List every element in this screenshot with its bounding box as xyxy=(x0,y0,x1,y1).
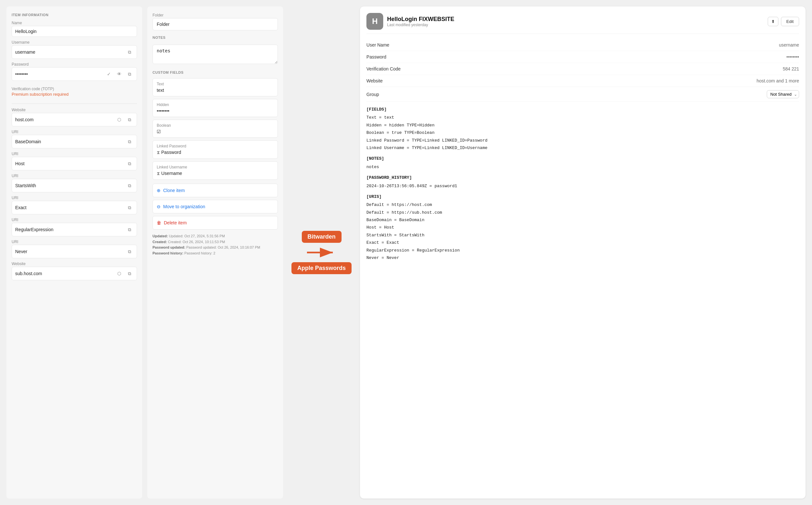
detail-row: Verification Code 584 221 xyxy=(366,63,799,75)
copy-password-icon[interactable]: ⧉ xyxy=(126,70,133,78)
section-title: ITEM INFORMATION xyxy=(12,13,137,17)
copy-uri-icon[interactable]: ⧉ xyxy=(126,182,133,189)
fields-line: 2024-10-26T13:56:05.849Z = password1 xyxy=(366,182,799,190)
uri-value: Exact xyxy=(15,205,26,210)
uri-group: URI Host ⧉ xyxy=(12,152,137,170)
custom-field: Hidden •••••••• xyxy=(153,99,278,117)
password-icons: ✓ 👁 ⧉ xyxy=(105,70,133,78)
custom-field: Text text xyxy=(153,78,278,96)
fields-line: Never = Never xyxy=(366,254,799,262)
pw-history-text: Password history: Password history: 2 xyxy=(153,250,278,257)
detail-rows-container: User Name username Password •••••••• Ver… xyxy=(366,39,799,87)
name-group: Name HelloLogin xyxy=(12,21,137,37)
move-label: Move to organization xyxy=(163,204,205,209)
uri-items-container: URI BaseDomain ⧉ URI Host ⧉ URI StartsWi… xyxy=(12,130,137,258)
custom-field-label: Text xyxy=(157,82,274,86)
website-label: Website xyxy=(12,108,137,112)
app-name: HelloLogin FIXWEBSITE xyxy=(387,16,454,23)
app-header: H HelloLogin FIXWEBSITE Last modified ye… xyxy=(366,13,799,34)
uri-label: URI xyxy=(12,130,137,134)
copy-uri-icon[interactable]: ⧉ xyxy=(126,138,133,146)
arrow-icon xyxy=(307,247,336,258)
website-icons: ⬡ ⧉ xyxy=(115,116,133,124)
username-group: Username username ⧉ xyxy=(12,40,137,59)
detail-value: username xyxy=(779,42,799,47)
copy-uri-icon[interactable]: ⧉ xyxy=(126,204,133,211)
uri-label: URI xyxy=(12,239,137,244)
copy-website-icon[interactable]: ⧉ xyxy=(126,116,133,124)
uri-label: URI xyxy=(12,152,137,156)
fields-section-title: [FIELDS] xyxy=(366,106,799,113)
group-select[interactable]: Not Shared xyxy=(767,90,799,98)
uri-value: StartsWith xyxy=(15,183,36,188)
website2-icons: ⬡ ⧉ xyxy=(115,270,133,278)
action-buttons: ⊕ Clone item ⊖ Move to organization 🗑 De… xyxy=(153,184,278,229)
detail-label: User Name xyxy=(366,42,389,47)
move-button[interactable]: ⊖ Move to organization xyxy=(153,200,278,213)
website-value: host.com xyxy=(15,117,34,122)
uri-icons: ⧉ xyxy=(126,138,133,146)
custom-field-label: Linked Username xyxy=(157,165,274,169)
folder-input[interactable] xyxy=(153,18,278,30)
uri-field-row: Exact ⧉ xyxy=(12,201,137,214)
website2-label: Website xyxy=(12,262,137,266)
fields-line: Text = text xyxy=(366,114,799,121)
website2-field-row: sub.host.com ⬡ ⧉ xyxy=(12,267,137,280)
custom-field-value: ☑ xyxy=(157,129,274,134)
custom-field-label: Linked Password xyxy=(157,144,274,148)
app-icon-area: H HelloLogin FIXWEBSITE Last modified ye… xyxy=(366,13,454,30)
password-field-row: •••••••• ✓ 👁 ⧉ xyxy=(12,67,137,81)
fields-line: Exact = Exact xyxy=(366,239,799,246)
custom-field-label: Boolean xyxy=(157,123,274,128)
app-name-area: HelloLogin FIXWEBSITE Last modified yest… xyxy=(387,16,454,27)
custom-field: Linked Username ⧗Username xyxy=(153,161,278,180)
clone-button[interactable]: ⊕ Clone item xyxy=(153,184,278,197)
edit-button[interactable]: Edit xyxy=(781,17,799,26)
custom-field-label: Hidden xyxy=(157,103,274,107)
fields-line: Default = https://host.com xyxy=(366,201,799,208)
custom-field: Boolean ☑ xyxy=(153,120,278,138)
copy-uri-icon[interactable]: ⧉ xyxy=(126,226,133,233)
username-label: Username xyxy=(12,40,137,45)
website-group: Website host.com ⬡ ⧉ xyxy=(12,108,137,126)
fields-line: RegularExpression = RegularExpression xyxy=(366,247,799,254)
custom-field-value: text xyxy=(157,88,274,93)
uri-label: URI xyxy=(12,217,137,222)
detail-value: 584 221 xyxy=(783,66,799,71)
fields-line: StartsWith = StartsWith xyxy=(366,231,799,239)
open-website2-icon[interactable]: ⬡ xyxy=(115,270,123,278)
uri-field-row: Host ⧉ xyxy=(12,157,137,170)
notes-title: NOTES xyxy=(153,35,278,39)
clone-icon: ⊕ xyxy=(157,188,161,193)
totp-premium-link[interactable]: Premium subscription required xyxy=(12,92,68,97)
custom-field: Linked Password ⧗Password xyxy=(153,140,278,159)
copy-website2-icon[interactable]: ⧉ xyxy=(126,270,133,278)
pw-updated-text: Password updated: Password updated: Oct … xyxy=(153,245,278,250)
name-field-row: HelloLogin xyxy=(12,26,137,37)
group-label: Group xyxy=(366,92,379,97)
share-button[interactable]: ⬆ xyxy=(768,17,778,26)
copy-uri-icon[interactable]: ⧉ xyxy=(126,160,133,167)
fields-line: Hidden = hidden TYPE=Hidden xyxy=(366,122,799,129)
fields-line: Linked Password = TYPE=Linked LINKED_ID=… xyxy=(366,137,799,144)
fields-line: BaseDomain = BaseDomain xyxy=(366,216,799,224)
open-website-icon[interactable]: ⬡ xyxy=(115,116,123,124)
copy-uri-icon[interactable]: ⧉ xyxy=(126,247,133,256)
check-password-icon[interactable]: ✓ xyxy=(105,70,113,78)
center-area: Bitwarden Apple Passwords xyxy=(288,6,355,499)
copy-username-icon[interactable]: ⧉ xyxy=(126,48,133,56)
fields-line: Host = Host xyxy=(366,224,799,231)
detail-label: Verification Code xyxy=(366,66,401,71)
right-panel: H HelloLogin FIXWEBSITE Last modified ye… xyxy=(360,6,806,499)
uri-icons: ⧉ xyxy=(126,182,133,189)
notes-textarea[interactable] xyxy=(153,45,278,64)
fields-section-title: [NOTES] xyxy=(366,155,799,162)
uri-group: URI Exact ⧉ xyxy=(12,196,137,214)
delete-button[interactable]: 🗑 Delete item xyxy=(153,216,278,229)
uri-group: URI RegularExpression ⧉ xyxy=(12,217,137,236)
reveal-password-icon[interactable]: 👁 xyxy=(115,70,123,78)
uri-value: BaseDomain xyxy=(15,139,41,144)
linked-icon: ⧗ xyxy=(157,171,160,176)
created-text: Created: Created: Oct 26, 2024, 10:11:53… xyxy=(153,239,278,245)
group-row: Group Not Shared xyxy=(366,87,799,102)
